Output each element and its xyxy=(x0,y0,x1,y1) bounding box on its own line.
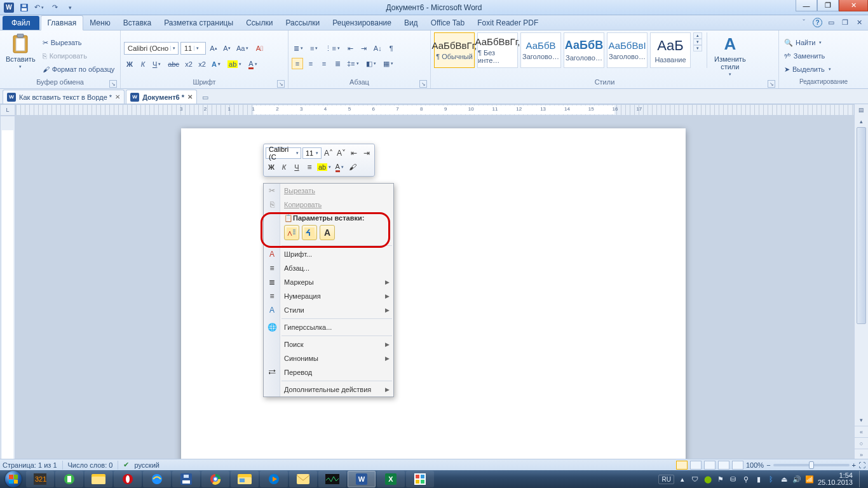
start-button[interactable] xyxy=(1,470,25,488)
doc-tab-1[interactable]: WКак вставить текст в Ворде *✕ xyxy=(3,90,125,104)
taskbar-app-chrome[interactable] xyxy=(201,471,229,487)
show-marks-button[interactable]: ¶ xyxy=(386,43,397,54)
tray-disk-icon[interactable]: ⛁ xyxy=(729,475,738,484)
tab-menu[interactable]: Меню xyxy=(83,16,116,30)
borders-button[interactable]: ▦▾ xyxy=(381,58,397,69)
taskbar-app-opera[interactable] xyxy=(114,471,142,487)
decrease-indent-button[interactable]: ⇤ xyxy=(345,43,356,54)
ctx-copy[interactable]: ⎘Копировать xyxy=(264,198,393,212)
close-tab-icon[interactable]: ✕ xyxy=(187,93,193,100)
view-draft[interactable] xyxy=(732,461,743,470)
font-launcher[interactable]: ↘ xyxy=(277,80,285,88)
qat-undo[interactable]: ↶▾ xyxy=(33,2,46,13)
mini-grow-icon[interactable]: A˄ xyxy=(323,147,334,159)
view-print-layout[interactable] xyxy=(676,461,688,470)
shrink-font-icon[interactable]: A▾ xyxy=(221,43,233,54)
taskbar-app-mpc[interactable]: 321 xyxy=(26,471,54,487)
paste-merge-formatting[interactable] xyxy=(302,225,317,240)
align-left-button[interactable]: ≡ xyxy=(292,58,303,69)
tray-network-icon[interactable]: ⚲ xyxy=(742,475,750,484)
new-doc-tab[interactable]: ▭ xyxy=(198,91,212,104)
tray-volume-icon[interactable]: 🔊 xyxy=(792,475,801,484)
view-web[interactable] xyxy=(704,461,715,470)
tab-insert[interactable]: Вставка xyxy=(117,16,158,30)
mini-bold[interactable]: Ж xyxy=(266,161,277,173)
qat-save[interactable] xyxy=(18,2,31,13)
tray-clock[interactable]: 1:5425.10.2013 xyxy=(818,472,853,486)
tray-flag-icon[interactable]: ⚑ xyxy=(716,475,725,484)
taskbar-app-mail[interactable] xyxy=(289,471,317,487)
qat-customize[interactable]: ▾ xyxy=(64,2,76,13)
paste-button[interactable]: Вставить▾ xyxy=(3,32,38,78)
mini-font-combo[interactable]: Calibri (С▾ xyxy=(266,147,301,159)
scroll-up-icon[interactable]: ▴ xyxy=(855,116,868,127)
multilevel-button[interactable]: ⋮≡▾ xyxy=(323,43,342,54)
superscript-button[interactable]: x2 xyxy=(196,58,208,70)
ctx-translate[interactable]: ⮂Перевод xyxy=(264,365,393,379)
show-desktop-button[interactable] xyxy=(859,471,864,487)
select-button[interactable]: ➤Выделить▾ xyxy=(782,64,834,75)
horizontal-ruler[interactable]: 3211234567891011121314151617 xyxy=(15,104,854,116)
mini-underline[interactable]: Ч xyxy=(291,161,302,173)
taskbar-app-utorrent[interactable] xyxy=(55,471,83,487)
vertical-ruler[interactable] xyxy=(0,116,15,460)
taskbar-app-excel[interactable]: X xyxy=(377,471,405,487)
cut-button[interactable]: ✂Вырезать xyxy=(41,37,117,48)
find-button[interactable]: 🔍Найти▾ xyxy=(782,37,834,48)
tab-view[interactable]: Вид xyxy=(398,16,424,30)
status-page[interactable]: Страница: 1 из 1 xyxy=(3,461,57,469)
ctx-additional[interactable]: Дополнительные действия▶ xyxy=(264,383,393,396)
qat-redo[interactable]: ↷ xyxy=(48,2,61,13)
underline-button[interactable]: Ч▾ xyxy=(151,58,164,70)
mini-italic[interactable]: К xyxy=(278,161,290,173)
ruler-toggle-icon[interactable]: ▤ xyxy=(855,104,868,116)
doc-tab-2[interactable]: WДокумент6 *✕ xyxy=(126,90,197,104)
paste-text-only[interactable]: A xyxy=(320,225,335,240)
maximize-button[interactable]: ❐ xyxy=(817,0,839,11)
styles-launcher[interactable]: ↘ xyxy=(768,80,775,88)
tab-pagelayout[interactable]: Разметка страницы xyxy=(158,16,240,30)
taskbar-app-wmp[interactable] xyxy=(260,471,288,487)
tab-mailings[interactable]: Рассылки xyxy=(279,16,326,30)
minimize-button[interactable]: — xyxy=(796,0,817,11)
taskbar-app-paint[interactable] xyxy=(406,471,434,487)
tray-bt-icon[interactable]: ᛒ xyxy=(767,475,776,484)
mini-highlight[interactable]: ab▾ xyxy=(316,161,333,173)
zoom-in[interactable]: + xyxy=(852,461,856,469)
tray-wifi-icon[interactable]: 📶 xyxy=(805,475,814,484)
scroll-down-icon[interactable]: ▾ xyxy=(855,414,868,426)
proofing-icon[interactable]: ✔ xyxy=(123,461,129,469)
taskbar-app-explorer[interactable] xyxy=(85,471,112,487)
ctx-synonyms[interactable]: Синонимы▶ xyxy=(264,351,393,365)
style-title[interactable]: АаБНазвание xyxy=(650,32,691,68)
clear-format-icon[interactable]: Aͯ xyxy=(254,43,265,54)
vertical-scrollbar[interactable]: ▤ ▴ ▾ « ○ » xyxy=(854,104,868,460)
ctx-styles[interactable]: AСтили▶ xyxy=(264,303,393,317)
text-effects-button[interactable]: A▾ xyxy=(210,58,224,70)
paste-keep-formatting[interactable] xyxy=(284,225,299,240)
taskbar-app-save[interactable] xyxy=(172,471,200,487)
mini-dec-indent-icon[interactable]: ⇤ xyxy=(348,147,360,159)
close-button[interactable]: ✕ xyxy=(839,0,868,11)
mini-size-combo[interactable]: 11▾ xyxy=(302,147,322,159)
ctx-paragraph[interactable]: ≡Абзац... xyxy=(264,261,393,275)
tray-security-icon[interactable]: 🛡 xyxy=(691,475,700,484)
mdi-minimize-icon[interactable]: ▭ xyxy=(826,17,836,27)
tray-usb-icon[interactable]: ⏏ xyxy=(780,475,789,484)
status-language[interactable]: русский xyxy=(134,461,159,469)
style-normal[interactable]: АаБбВвГг,¶ Обычный xyxy=(434,32,475,68)
file-tab[interactable]: Файл xyxy=(3,16,39,30)
tab-officetab[interactable]: Office Tab xyxy=(424,16,471,30)
zoom-level[interactable]: 100% xyxy=(746,461,764,469)
italic-button[interactable]: К xyxy=(137,58,149,70)
format-painter-button[interactable]: 🖌Формат по образцу xyxy=(41,64,117,75)
tray-show-hidden-icon[interactable]: ▴ xyxy=(678,475,687,484)
ctx-numbering[interactable]: ≡Нумерация▶ xyxy=(264,289,393,303)
mdi-close-icon[interactable]: ✕ xyxy=(854,17,864,27)
tab-foxit[interactable]: Foxit Reader PDF xyxy=(471,16,545,30)
ruler-corner[interactable]: L xyxy=(0,104,15,116)
mini-format-painter[interactable]: 🖌 xyxy=(347,161,358,173)
zoom-out[interactable]: − xyxy=(766,461,770,469)
view-outline[interactable] xyxy=(718,461,729,470)
align-center-button[interactable]: ≡ xyxy=(305,58,316,69)
